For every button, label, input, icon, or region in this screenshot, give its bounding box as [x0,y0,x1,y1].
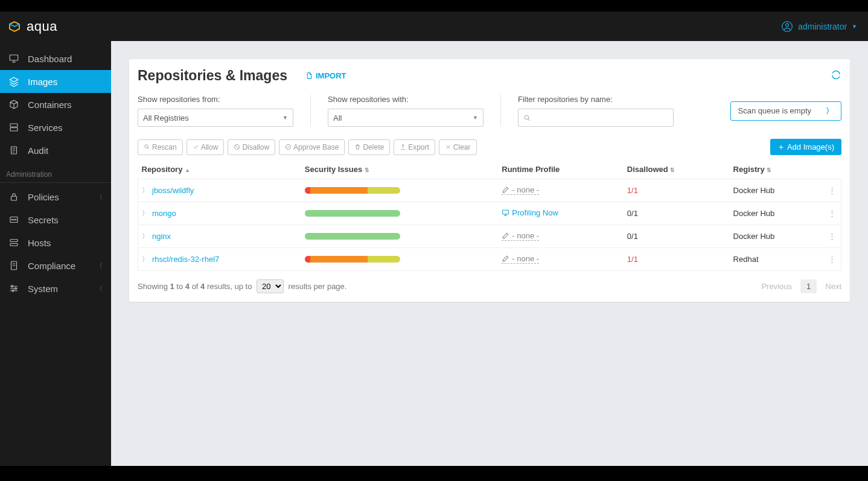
svg-rect-6 [11,196,17,200]
repo-link[interactable]: 〉nginx [142,232,298,241]
svg-point-1 [786,24,789,27]
nav-containers[interactable]: Containers [0,93,111,116]
svg-rect-3 [10,124,18,127]
import-label: IMPORT [316,71,346,80]
svg-rect-21 [503,210,509,214]
monitor-icon [8,53,19,64]
svg-point-18 [145,145,148,148]
next-page[interactable]: Next [825,282,841,291]
col-security[interactable]: Security Issues ⇅ [301,160,498,179]
runtime-profile-link[interactable]: - none - [502,231,539,241]
btn-label: Rescan [152,143,177,151]
export-button[interactable]: Export [394,139,435,155]
sort-asc-icon: ▲ [185,167,190,173]
with-select[interactable]: All ▼ [328,109,483,127]
security-bar [305,256,400,263]
security-bar [305,210,400,217]
nav-secrets[interactable]: Secrets [0,208,111,231]
security-bar [305,233,400,240]
nav-policies[interactable]: Policies 〈 [0,185,111,208]
chevron-right-icon: 〉 [142,209,148,218]
col-disallowed[interactable]: Disallowed ⇅ [624,160,730,179]
nav-system[interactable]: System 〈 [0,277,111,300]
page-title: Repositories & Images [138,68,287,84]
nav-label: Policies [28,192,59,202]
refresh-icon [831,69,841,80]
approve-base-button[interactable]: Approve Base [279,139,345,155]
refresh-button[interactable] [831,69,841,82]
allow-button[interactable]: Allow [187,139,225,155]
sidebar: Dashboard Images Containers Services Aud… [0,41,111,481]
nav-dashboard[interactable]: Dashboard [0,47,111,70]
repo-link[interactable]: 〉jboss/wildfly [142,186,298,195]
import-button[interactable]: IMPORT [305,71,346,80]
chevron-left-icon: 〈 [96,193,103,202]
col-runtime[interactable]: Runtime Profile [498,160,624,179]
add-images-button[interactable]: Add Image(s) [770,139,841,155]
sort-icon: ⇅ [365,167,369,173]
repositories-panel: Repositories & Images IMPORT Show reposi… [129,59,850,302]
aqua-logo-icon [7,19,22,34]
delete-button[interactable]: Delete [348,139,390,155]
nav-hosts[interactable]: Hosts [0,231,111,254]
browser-frame-top [0,0,868,11]
chevron-right-icon: 〉 [826,106,834,116]
clear-button[interactable]: Clear [439,139,477,155]
repo-link[interactable]: 〉mongo [142,209,298,218]
disallow-button[interactable]: Disallow [228,139,275,155]
caret-down-icon: ▼ [282,115,288,121]
svg-point-9 [13,219,14,220]
registry-value: Docker Hub [730,225,823,248]
row-menu-button[interactable]: ⋮ [823,202,841,225]
svg-rect-11 [10,240,18,242]
layers-icon [8,76,19,87]
repositories-table: Repository ▲ Security Issues ⇅ Runtime P… [138,160,841,271]
server-icon [8,122,19,133]
row-menu-button[interactable]: ⋮ [823,225,841,248]
repo-link[interactable]: 〉rhscl/redis-32-rhel7 [142,255,298,264]
user-name: administrator [798,22,847,31]
registries-select[interactable]: All Registries ▼ [138,109,293,127]
select-value: All [333,113,342,123]
pagination-summary: Showing 1 to 4 of 4 results, up to 20 re… [138,279,346,293]
nav-images[interactable]: Images [0,70,111,93]
hosts-icon [8,237,19,248]
page-size-select[interactable]: 20 [257,279,284,293]
nav-label: Hosts [28,238,51,248]
user-menu[interactable]: administrator ▼ [781,21,857,33]
disallowed-value: 0/1 [624,202,730,225]
nav-services[interactable]: Services [0,116,111,139]
browser-frame-bottom [0,466,868,481]
monitor-icon [502,209,509,217]
caret-down-icon: ▼ [852,24,857,30]
runtime-profile-link[interactable]: - none - [502,185,539,195]
row-menu-button[interactable]: ⋮ [823,179,841,202]
edit-icon [502,186,509,194]
rescan-button[interactable]: Rescan [138,139,183,155]
svg-rect-12 [10,244,18,246]
edit-icon [502,232,509,240]
nav-label: Audit [28,145,48,156]
col-registry[interactable]: Registry ⇅ [730,160,823,179]
select-value: All Registries [143,113,189,123]
prev-page[interactable]: Previous [761,282,792,291]
nav-label: Dashboard [28,54,72,64]
caret-down-icon: ▼ [473,115,478,121]
sort-icon: ⇅ [670,167,675,173]
btn-label: Export [408,143,429,151]
runtime-profile-link[interactable]: Profiling Now [502,208,558,217]
current-page[interactable]: 1 [800,279,817,293]
edit-icon [502,255,509,263]
col-repository[interactable]: Repository ▲ [138,160,301,179]
runtime-profile-link[interactable]: - none - [502,254,539,264]
disallowed-value: 1/1 [624,179,730,202]
row-menu-button[interactable]: ⋮ [823,248,841,271]
filter-with-label: Show repositories with: [328,95,483,104]
security-bar [305,187,400,194]
clipboard-icon [8,145,19,156]
table-row: 〉mongoProfiling Now0/1Docker Hub⋮ [138,202,841,225]
nav-compliance[interactable]: Compliance 〈 [0,254,111,277]
nav-audit[interactable]: Audit [0,139,111,162]
name-filter-input[interactable] [531,113,668,123]
scan-queue-button[interactable]: Scan queue is empty 〉 [730,101,841,121]
